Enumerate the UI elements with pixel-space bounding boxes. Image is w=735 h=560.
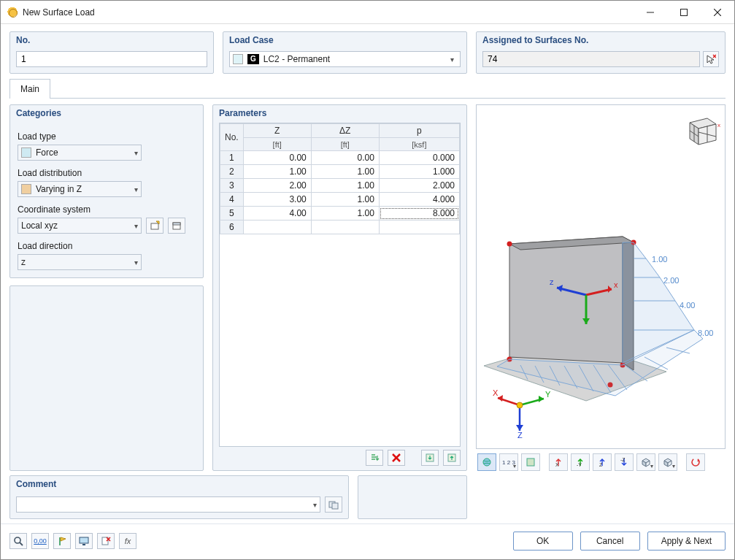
load-dist-swatch (21, 184, 31, 194)
units-icon: 0,00 (34, 537, 47, 545)
axis-y-icon: -Y (575, 457, 585, 467)
table-row: 54.001.008.000 (220, 207, 460, 220)
comment-input[interactable]: ▾ (16, 496, 320, 513)
load-case-value: LC2 - Permanent (263, 54, 330, 64)
import-icon (425, 453, 435, 463)
panel-assigned-title: Assigned to Surfaces No. (477, 32, 725, 50)
units-button[interactable]: 0,00 (31, 533, 49, 549)
minimize-button[interactable] (634, 1, 667, 24)
sort-icon (369, 453, 380, 463)
table-row: 43.001.004.000 (220, 193, 460, 207)
view-neg-z-button[interactable]: -Z (615, 453, 634, 471)
show-loads-button[interactable] (477, 453, 496, 471)
axis-z-label: z (550, 277, 554, 286)
new-icon (150, 220, 160, 231)
sort-button[interactable] (366, 450, 383, 466)
left-column: Categories Load type Force ▾ Load distri… (9, 104, 204, 471)
maximize-button[interactable] (667, 1, 701, 24)
edit-icon (172, 220, 182, 231)
delete-button[interactable] (97, 533, 115, 549)
chevron-down-icon: ▾ (134, 258, 138, 266)
col-z-unit: [ft] (243, 138, 311, 151)
iso-view-button[interactable] (636, 453, 655, 471)
new-coord-system-button[interactable] (146, 218, 163, 234)
number-input[interactable] (16, 51, 207, 67)
svg-text:Z: Z (599, 462, 603, 467)
svg-marker-56 (539, 396, 544, 402)
close-button[interactable] (701, 1, 734, 24)
screen-button[interactable] (75, 533, 93, 549)
coord-select[interactable]: Local xyz ▾ (18, 218, 142, 234)
cube-icon (663, 457, 673, 467)
values-icon: 1 2 3 (502, 459, 515, 466)
fx-icon: fx (125, 537, 131, 545)
pick-surface-button[interactable] (703, 51, 719, 67)
comment-library-button[interactable] (325, 496, 342, 513)
edit-coord-system-button[interactable] (168, 218, 185, 234)
cancel-button[interactable]: Cancel (580, 532, 640, 551)
view-y-button[interactable]: -Y (571, 453, 590, 471)
export-button[interactable] (443, 450, 461, 466)
svg-point-59 (517, 402, 523, 408)
transparency-button[interactable] (521, 453, 540, 471)
svg-rect-9 (173, 223, 180, 225)
panel-assigned: Assigned to Surfaces No. (476, 31, 726, 74)
view-z-button[interactable]: Z (593, 453, 612, 471)
load-dist-select[interactable]: Varying in Z ▾ (18, 181, 142, 197)
ok-button[interactable]: OK (513, 532, 573, 551)
panel-comment: Comment ▾ (9, 475, 349, 519)
bottom-right-buttons: OK Cancel Apply & Next (513, 532, 726, 551)
monitor-icon (79, 536, 89, 546)
parameters-grid[interactable]: No. Z ΔZ p [ft] [ft] [ksf] (219, 123, 461, 447)
view-x-button[interactable]: X (549, 453, 568, 471)
panel-number: No. (9, 31, 214, 74)
coord-label: Coordinate system (18, 204, 196, 215)
view-triad-icon: X Y Z (487, 372, 553, 438)
right-column: x (476, 104, 726, 471)
svg-rect-84 (82, 544, 85, 545)
client-area: No. Load Case G LC2 - Permanent ▾ Assi (1, 24, 734, 559)
tab-main[interactable]: Main (9, 79, 50, 99)
sheet-delete-icon (101, 536, 111, 546)
window-title: New Surface Load (23, 7, 95, 18)
help-button[interactable] (9, 533, 27, 549)
col-p-unit: [ksf] (379, 138, 459, 151)
svg-marker-54 (498, 395, 503, 402)
values-button[interactable]: 1 2 3 (499, 453, 518, 471)
svg-point-79 (15, 537, 20, 543)
svg-rect-6 (151, 223, 158, 229)
parameters-title: Parameters (213, 105, 466, 123)
iso-icon (641, 457, 651, 467)
load-type-select[interactable]: Force ▾ (18, 145, 142, 161)
chevron-down-icon: ▾ (134, 222, 138, 230)
axis-z-icon: Z (597, 457, 607, 467)
table-row: 32.001.002.000 (220, 179, 460, 193)
svg-text:X: X (555, 462, 559, 467)
table-row: 10.000.000.000 (220, 151, 460, 165)
parameters-table: No. Z ΔZ p [ft] [ft] [ksf] (220, 123, 460, 234)
transparency-icon (526, 457, 536, 467)
panel-load-case: Load Case G LC2 - Permanent ▾ (223, 31, 467, 74)
load-dist-label: Load distribution (18, 168, 196, 178)
reset-view-button[interactable] (686, 453, 705, 471)
svg-rect-78 (332, 503, 338, 509)
import-button[interactable] (421, 450, 439, 466)
chevron-down-icon: ▾ (134, 149, 138, 157)
tab-bar: Main (1, 74, 734, 98)
title-bar-left: New Surface Load (7, 7, 95, 18)
assigned-input[interactable] (482, 51, 700, 67)
delete-row-button[interactable] (388, 450, 405, 466)
svg-text:-Z: -Z (620, 457, 626, 462)
viewer-3d[interactable]: x (476, 104, 726, 449)
load-dir-select[interactable]: z ▾ (18, 254, 142, 270)
svg-text:Y: Y (545, 390, 551, 399)
axis-x-icon: X (553, 457, 563, 467)
load-case-select[interactable]: G LC2 - Permanent ▾ (229, 51, 461, 67)
svg-marker-58 (516, 425, 523, 431)
apply-next-button[interactable]: Apply & Next (647, 532, 726, 551)
display-mode-button[interactable] (658, 453, 677, 471)
load-case-badge: G (247, 54, 259, 64)
function-button[interactable]: fx (119, 533, 136, 549)
favorites-button[interactable] (53, 533, 71, 549)
window-controls (634, 1, 734, 24)
